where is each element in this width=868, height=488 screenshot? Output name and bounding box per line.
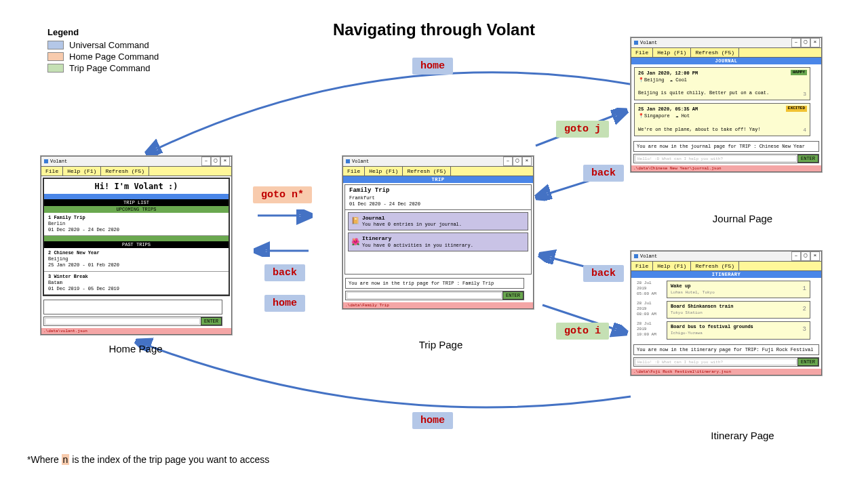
- itinerary-card[interactable]: 🌺 ItineraryYou have 0 activities in you …: [348, 232, 528, 251]
- command-input-row: Hello! :D What can I help you with? ENTE…: [633, 357, 819, 367]
- menu-refresh[interactable]: Refresh (F5): [691, 262, 739, 270]
- enter-button[interactable]: ENTER: [797, 155, 818, 163]
- command-input[interactable]: Hello! :D What can I help you with?: [635, 359, 797, 365]
- menubar: File Help (F1) Refresh (F5): [631, 48, 821, 58]
- itinerary-icon: 🌺: [351, 238, 359, 246]
- home-window: Volant –▢× File Help (F1) Refresh (F5) H…: [41, 156, 232, 335]
- command-input-row: ENTER: [43, 317, 222, 326]
- cmd-home-mid: home: [264, 295, 305, 312]
- trip-row[interactable]: 3 Winter BreakBatam01 Dec 2019 - 05 Dec …: [44, 272, 229, 295]
- itinerary-row[interactable]: 28 Jul 201908:00 AM Board Shinkansen tra…: [637, 301, 810, 319]
- menu-help[interactable]: Help (F1): [63, 167, 101, 176]
- status-box: You are now in the journal page for TRIP…: [633, 141, 819, 152]
- command-input[interactable]: Hello! :D What can I help you with?: [635, 155, 797, 162]
- close-icon[interactable]: ×: [220, 157, 230, 166]
- close-icon[interactable]: ×: [522, 157, 532, 166]
- trip-row[interactable]: 1 Family TripBerlin01 Dec 2020 - 24 Dec …: [44, 213, 229, 236]
- command-input-row: Hello! :D What can I help you with? ENTE…: [633, 154, 819, 163]
- journal-tab: JOURNAL: [631, 58, 821, 64]
- caption-home-page: Home Page: [88, 343, 183, 354]
- min-icon[interactable]: –: [791, 251, 801, 261]
- past-header: PAST TRIPS: [44, 241, 229, 248]
- command-input[interactable]: [347, 292, 502, 299]
- trip-row[interactable]: 2 Chinese New YearBeijing25 Jan 2020 - 0…: [44, 248, 229, 271]
- journal-entry[interactable]: EXCITED 25 Jan 2020, 05:35 AM 📍Singapore…: [634, 103, 810, 136]
- menu-file[interactable]: File: [631, 48, 653, 57]
- min-icon[interactable]: –: [201, 157, 211, 166]
- journal-window: Volant –▢× File Help (F1) Refresh (F5) J…: [631, 37, 822, 172]
- legend: Legend Universal Command Home Page Comma…: [47, 27, 159, 75]
- footnote: *Where n is the index of the trip page y…: [27, 454, 269, 465]
- itinerary-tab: ITINERARY: [631, 271, 821, 278]
- titlebar: Volant –▢×: [631, 38, 821, 48]
- menu-refresh[interactable]: Refresh (F5): [403, 167, 451, 176]
- caption-trip-page: Trip Page: [400, 339, 481, 350]
- menubar: File Help (F1) Refresh (F5): [343, 167, 533, 176]
- itinerary-row[interactable]: 28 Jul 201905:00 AM Wake upLuhas Hotel, …: [637, 281, 810, 298]
- status-box: [43, 300, 222, 314]
- trip-window: Volant –▢× File Help (F1) Refresh (F5) T…: [342, 156, 534, 309]
- path-bar: .\data\Fuji Rock Festival\itinerary.json: [631, 369, 821, 375]
- menu-help[interactable]: Help (F1): [365, 167, 403, 176]
- menu-help[interactable]: Help (F1): [653, 48, 691, 57]
- journal-entry[interactable]: HAPPY 26 Jan 2020, 12:00 PM 📍Beijing ☁ C…: [634, 67, 810, 100]
- titlebar: Volant –▢×: [41, 157, 231, 167]
- menu-help[interactable]: Help (F1): [653, 262, 691, 270]
- enter-button[interactable]: ENTER: [201, 317, 222, 325]
- path-bar: .\data\Family Trip: [343, 302, 533, 308]
- menu-refresh[interactable]: Refresh (F5): [101, 167, 149, 176]
- menu-refresh[interactable]: Refresh (F5): [691, 48, 739, 57]
- min-icon[interactable]: –: [503, 157, 513, 166]
- min-icon[interactable]: –: [791, 38, 801, 47]
- max-icon[interactable]: ▢: [211, 157, 220, 166]
- path-bar: .\data\Chinese New Year\journal.json: [631, 165, 821, 171]
- cmd-home-bottom: home: [412, 412, 453, 429]
- titlebar: Volant –▢×: [343, 157, 533, 167]
- cmd-home-top: home: [412, 58, 453, 75]
- cmd-back-itin: back: [583, 265, 624, 282]
- menubar: File Help (F1) Refresh (F5): [631, 262, 821, 271]
- menu-file[interactable]: File: [343, 167, 365, 176]
- caption-itin-page: Itinerary Page: [695, 430, 790, 441]
- status-box: You are now in the itinerary page for TR…: [633, 344, 819, 355]
- enter-button[interactable]: ENTER: [797, 358, 818, 366]
- command-input-row: ENTER: [345, 291, 524, 300]
- legend-item-universal: Universal Command: [47, 40, 159, 50]
- cmd-back-trip-home: back: [264, 264, 305, 281]
- itinerary-row[interactable]: 28 Jul 201910:00 AM Board bus to festiva…: [637, 321, 810, 339]
- max-icon[interactable]: ▢: [801, 251, 810, 261]
- legend-item-home: Home Page Command: [47, 52, 159, 62]
- enter-button[interactable]: ENTER: [502, 291, 524, 300]
- close-icon[interactable]: ×: [810, 38, 820, 47]
- home-greeting: Hi! I'm Volant :): [44, 179, 229, 194]
- menubar: File Help (F1) Refresh (F5): [41, 167, 231, 176]
- legend-heading: Legend: [47, 27, 159, 37]
- max-icon[interactable]: ▢: [801, 38, 810, 47]
- legend-item-trip: Trip Page Command: [47, 63, 159, 73]
- command-input[interactable]: [45, 318, 200, 325]
- titlebar: Volant –▢×: [631, 251, 821, 262]
- itinerary-window: Volant –▢× File Help (F1) Refresh (F5) I…: [631, 251, 822, 375]
- caption-journal-page: Journal Page: [695, 213, 790, 224]
- path-bar: .\data\volant.json: [41, 328, 231, 334]
- trip-list-header: TRIP LIST: [44, 199, 229, 206]
- upcoming-header: UPCOMING TRIPS: [44, 206, 229, 213]
- journal-icon: 📔: [351, 218, 359, 226]
- journal-card[interactable]: 📔 JournalYou have 0 entries in your jour…: [348, 212, 528, 230]
- status-box: You are now in the trip page for TRIP : …: [345, 278, 524, 289]
- cmd-back-journal: back: [583, 165, 624, 182]
- cmd-goto-n: goto n*: [253, 186, 312, 203]
- cmd-goto-j: goto j: [556, 121, 609, 138]
- menu-file[interactable]: File: [631, 262, 653, 270]
- cmd-goto-i: goto i: [556, 323, 609, 340]
- trip-tab: TRIP: [343, 176, 533, 183]
- close-icon[interactable]: ×: [810, 251, 820, 261]
- menu-file[interactable]: File: [41, 167, 63, 176]
- max-icon[interactable]: ▢: [513, 157, 522, 166]
